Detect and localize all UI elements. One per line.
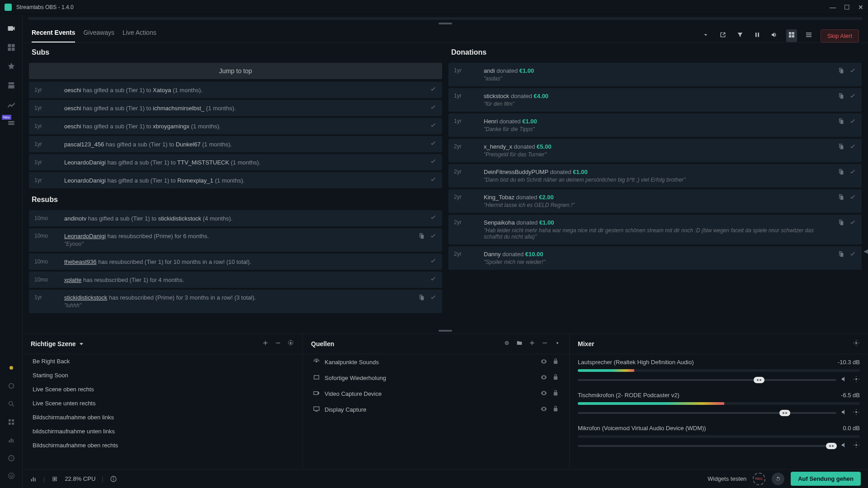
scene-collection-dropdown[interactable]: Richtige Szene [31,340,83,347]
visibility-icon[interactable] [540,358,547,366]
donation-row[interactable]: 1yr andi donated €1.00"asdas" [448,63,862,86]
mixer-volume-slider[interactable] [578,379,836,381]
info-icon[interactable] [110,475,117,483]
scene-settings-button[interactable] [287,339,294,348]
check-icon[interactable] [429,86,437,94]
check-icon[interactable] [429,158,437,167]
gear-icon[interactable] [853,441,860,450]
sidebar-stats-icon[interactable] [0,95,23,114]
gear-icon[interactable] [853,375,860,385]
copy-icon[interactable] [837,194,844,202]
donation-row[interactable]: 2yr King_Tobaz donated €2.00"Hiermit las… [448,189,862,213]
chevron-down-icon[interactable] [700,29,711,42]
gear-icon[interactable] [853,408,860,418]
add-scene-button[interactable] [262,339,269,348]
mute-icon[interactable] [841,375,848,385]
sub-row[interactable]: 1yr oeschi has gifted a sub (Tier 1) to … [29,100,442,116]
check-icon[interactable] [429,276,437,284]
copy-icon[interactable] [837,251,844,259]
donation-row[interactable]: 2yr DeinFitnessBuddyPUMP donated €1.00"D… [448,164,862,188]
jump-to-top-button[interactable]: Jump to top [29,63,442,79]
sub-row[interactable]: 1yr pascal123_456 has gifted a sub (Tier… [29,136,442,152]
donation-row[interactable]: 1yr stickstock donated €4.00"für den fil… [448,88,862,112]
volume-icon[interactable] [769,29,780,42]
sidebar-bars-icon[interactable] [8,436,15,446]
mixer-settings-button[interactable] [853,339,860,348]
check-icon[interactable] [429,140,437,149]
check-icon[interactable] [849,118,856,127]
donation-row[interactable]: 2yr x_hendy_x donated €5.00"Preisgeld fü… [448,139,862,162]
grid-view-icon[interactable] [786,29,797,42]
donation-row[interactable]: 1yr Henri donated €1.00"Danke für die Ti… [448,113,862,137]
check-icon[interactable] [849,93,856,101]
check-icon[interactable] [849,143,856,152]
performance-icon[interactable] [30,475,37,483]
sidebar-settings-icon[interactable] [8,473,15,482]
scene-item[interactable]: Bildschirmaufnahme oben rechts [23,438,302,452]
source-item[interactable]: Display Capture [303,402,569,418]
scene-item[interactable]: Live Scene oben rechts [23,382,302,396]
lock-icon[interactable] [552,374,559,382]
sub-row[interactable]: 1yr LeonardoDanigi has gifted a sub (Tie… [29,154,442,170]
mixer-volume-slider[interactable] [578,445,836,447]
tab-recent-events[interactable]: Recent Events [32,29,75,42]
check-icon[interactable] [429,122,437,131]
copy-icon[interactable] [837,219,844,228]
source-item[interactable]: Video Capture Device [303,386,569,402]
copy-icon[interactable] [418,233,425,241]
copy-icon[interactable] [837,93,844,101]
copy-icon[interactable] [418,294,425,303]
remove-source-button[interactable] [541,339,548,348]
replay-buffer-button[interactable] [772,473,784,485]
check-icon[interactable] [849,169,856,177]
remove-scene-button[interactable] [274,339,282,348]
visibility-icon[interactable] [540,405,547,414]
copy-icon[interactable] [837,143,844,152]
add-source-button[interactable] [528,339,536,348]
drag-handle-lower[interactable] [439,330,452,332]
sub-row[interactable]: 1yr oeschi has gifted a sub (Tier 1) to … [29,82,442,98]
list-view-icon[interactable] [803,29,814,42]
resub-row[interactable]: 10mo andinotv has gifted a sub (Tier 1) … [29,210,442,226]
add-folder-button[interactable] [516,339,523,348]
scene-item[interactable]: bildschirmaufnahme unten links [23,424,302,438]
sidebar-grid-icon[interactable] [8,418,15,427]
sidebar-status-icon[interactable] [8,364,15,373]
resub-row[interactable]: 10mo thebeast936 has resubscribed (Tier … [29,253,442,270]
sidebar-store-icon[interactable] [0,76,23,95]
source-item[interactable]: Sofortige Wiederholung [303,370,569,386]
tab-live-actions[interactable]: Live Actions [123,29,156,42]
copy-icon[interactable] [837,67,844,76]
lock-icon[interactable] [552,358,559,366]
record-button[interactable]: REC [753,473,765,485]
pause-icon[interactable] [752,29,763,42]
close-button[interactable]: ✕ [858,4,863,11]
mute-icon[interactable] [841,408,848,418]
sidebar-search-icon[interactable] [8,400,15,409]
check-icon[interactable] [849,67,856,76]
scene-item[interactable]: Starting Soon [23,368,302,382]
check-icon[interactable] [849,251,856,259]
skip-alert-button[interactable]: Skip Alert [821,29,859,42]
minimize-button[interactable]: — [830,4,836,11]
visibility-icon[interactable] [540,389,547,398]
check-icon[interactable] [429,214,437,223]
sidebar-editor-icon[interactable] [0,19,23,38]
sidebar-layout-icon[interactable] [0,38,23,57]
filter-icon[interactable] [735,29,745,42]
check-icon[interactable] [429,233,437,241]
lock-icon[interactable] [552,389,559,398]
scene-item[interactable]: Be Right Back [23,354,302,368]
check-icon[interactable] [429,294,437,303]
donation-row[interactable]: 2yr Danny donated €10.00"Spoiler mich ni… [448,246,862,270]
check-icon[interactable] [849,219,856,228]
go-live-button[interactable]: Auf Sendung gehen [791,472,861,486]
resub-row[interactable]: 10mo xplatte has resubscribed (Tier 1) f… [29,272,442,288]
test-widgets-button[interactable]: Widgets testen [708,475,746,482]
source-toggle-icon[interactable] [503,339,510,348]
sub-row[interactable]: 1yr LeonardoDanigi has gifted a sub (Tie… [29,172,442,188]
donation-row[interactable]: 2yr Senpaikoha donated €1.00"Hab leider … [448,215,862,244]
scene-item[interactable]: Bildschirmaufnahme oben links [23,410,302,424]
check-icon[interactable] [429,258,437,266]
mute-icon[interactable] [841,441,848,450]
